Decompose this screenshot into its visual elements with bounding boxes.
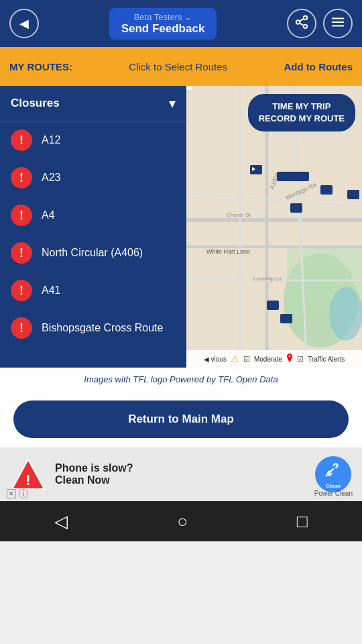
tfl-credit: Images with TFL logo Powered by TFL Open… (0, 368, 362, 391)
ad-info-row: ✕ i (7, 489, 28, 498)
share-icon (294, 15, 309, 33)
list-item[interactable]: ! A12 (0, 121, 186, 159)
closure-name: A4 (42, 209, 55, 221)
warning-icon: ! (11, 280, 32, 301)
svg-rect-25 (186, 86, 192, 90)
closures-title: Closures (11, 97, 60, 110)
svg-rect-31 (290, 203, 302, 213)
ad-text: Phone is slow? Clean Now (55, 462, 133, 486)
ad-line2: Clean Now (55, 474, 133, 486)
return-to-main-map-button[interactable]: Return to Main Map (13, 400, 349, 438)
tfl-credit-text: Images with TFL logo Powered by TFL Open… (84, 374, 278, 384)
add-to-routes-button[interactable]: Add to Routes (284, 61, 353, 72)
ad-clean-button[interactable]: Clean (315, 456, 351, 492)
ad-close-button[interactable]: ✕ (7, 489, 16, 498)
svg-rect-29 (320, 185, 333, 195)
svg-point-35 (289, 356, 291, 358)
nav-recent-button[interactable]: □ (284, 506, 321, 537)
send-feedback-label: Send Feedback (121, 22, 205, 36)
main-content: Closures ▾ ! A12 ! A23 ! A4 ! North Circ… (0, 86, 362, 368)
list-item[interactable]: ! A41 (0, 272, 186, 309)
ad-brand-label: Power Clean (314, 490, 353, 497)
svg-text:Lordship Ln: Lordship Ln (253, 276, 282, 282)
my-routes-label: MY ROUTES: (9, 61, 72, 72)
warning-icon: ! (11, 317, 32, 339)
svg-rect-33 (280, 314, 292, 323)
closure-name: Bishopsgate Cross Route (42, 322, 163, 334)
clean-icon (324, 460, 343, 482)
svg-rect-32 (267, 301, 279, 310)
warning-icon: ! (11, 167, 32, 189)
list-item[interactable]: ! Bishopsgate Cross Route (0, 309, 186, 347)
svg-text:White Hart Lane: White Hart Lane (206, 248, 250, 255)
ad-banner: ! Phone is slow? Clean Now Clean Power C… (0, 447, 362, 501)
closures-panel: Closures ▾ ! A12 ! A23 ! A4 ! North Circ… (0, 86, 186, 368)
svg-rect-28 (297, 172, 309, 181)
ad-warning-icon: ! (11, 457, 46, 492)
svg-rect-23 (250, 165, 262, 174)
previous-legend-label: ◀ vious (204, 356, 227, 363)
moderate-checkbox[interactable]: ☑ (243, 355, 250, 364)
svg-rect-30 (347, 190, 359, 199)
feedback-button[interactable]: Beta Testers ⌄ Send Feedback (109, 8, 217, 40)
time-my-trip-button[interactable]: TIME MY TRIP RECORD MY ROUTE (248, 94, 355, 131)
ad-brand-inline: Clean (326, 483, 341, 489)
list-item[interactable]: ! North Circular (A406) (0, 234, 186, 272)
click-to-select-routes[interactable]: Click to Select Routes (79, 61, 278, 72)
ad-info-button[interactable]: i (19, 489, 28, 498)
share-button[interactable] (287, 9, 316, 38)
back-button[interactable]: ◀ (9, 9, 39, 38)
map-legend: ◀ vious ⚠ ☑ Moderate ☑ Traffic Alerts (186, 350, 362, 368)
return-btn-container: Return to Main Map (0, 391, 362, 447)
warning-icon: ! (11, 205, 32, 226)
ad-content: ! Phone is slow? Clean Now (11, 457, 133, 492)
closure-name: A41 (42, 284, 60, 297)
closures-dropdown-icon: ▾ (169, 95, 176, 111)
svg-text:Church St: Church St (227, 212, 251, 218)
app-header: ◀ Beta Testers ⌄ Send Feedback (0, 0, 362, 47)
list-item[interactable]: ! A23 (0, 159, 186, 197)
menu-icon (330, 15, 345, 33)
back-icon: ◀ (19, 16, 29, 31)
closure-name: A12 (42, 134, 60, 146)
closures-header[interactable]: Closures ▾ (0, 86, 186, 121)
routes-bar: MY ROUTES: Click to Select Routes Add to… (0, 47, 362, 86)
svg-point-34 (329, 287, 362, 341)
moderate-legend-dot: ⚠ (231, 354, 239, 364)
record-my-route-line2: RECORD MY ROUTE (259, 113, 345, 125)
svg-line-3 (300, 23, 304, 25)
warning-icon: ! (11, 129, 32, 151)
nav-home-button[interactable]: ○ (164, 506, 201, 537)
menu-button[interactable] (323, 9, 353, 38)
svg-text:!: ! (25, 472, 30, 488)
beta-label: Beta Testers ⌄ (121, 12, 205, 22)
ad-line1: Phone is slow? (55, 462, 133, 474)
moderate-label: Moderate (254, 356, 282, 363)
list-item[interactable]: ! A4 (0, 197, 186, 234)
warning-icon: ! (11, 242, 32, 264)
time-my-trip-line1: TIME MY TRIP (259, 101, 345, 113)
nav-back-button[interactable]: ◁ (41, 506, 81, 537)
traffic-alerts-dot (286, 354, 293, 364)
svg-line-4 (300, 18, 304, 21)
traffic-alerts-label: Traffic Alerts (308, 356, 345, 363)
map-panel[interactable]: A1055 Montagu Rd Church St White Hart La… (186, 86, 362, 368)
closure-name: A23 (42, 172, 60, 184)
closure-name: North Circular (A406) (42, 247, 143, 259)
bottom-navigation: ◁ ○ □ (0, 501, 362, 541)
traffic-alerts-checkbox[interactable]: ☑ (297, 355, 304, 364)
